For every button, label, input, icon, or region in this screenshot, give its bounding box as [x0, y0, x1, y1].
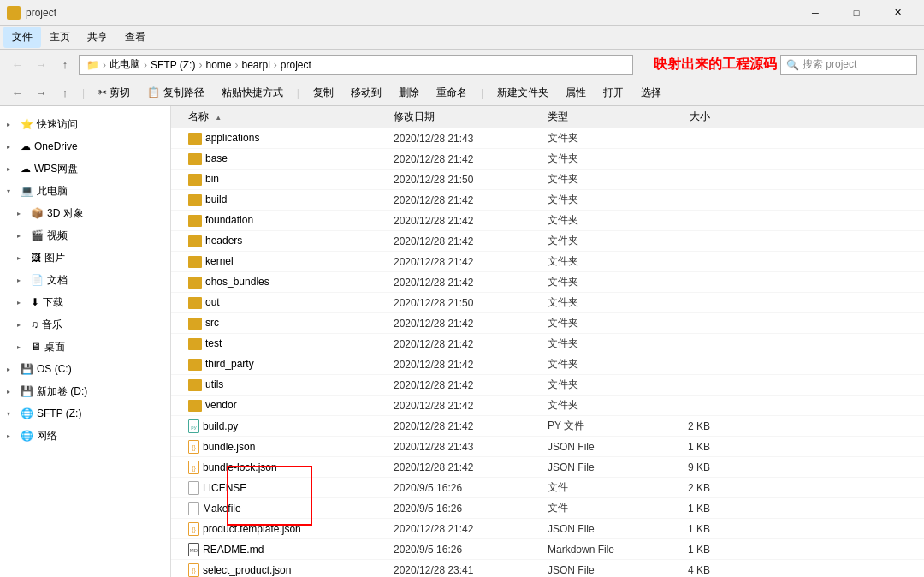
table-row[interactable]: utils2020/12/28 21:42文件夹 [171, 375, 924, 396]
col-header-type[interactable]: 类型 [548, 110, 650, 124]
sidebar-item-OS-(C:)[interactable]: ▸💾OS (C:) [0, 358, 170, 380]
select-btn[interactable]: 选择 [634, 83, 668, 103]
copy-btn[interactable]: 复制 [306, 83, 341, 103]
folder-icon [188, 152, 202, 165]
path-computer: 📁 [86, 59, 99, 71]
up-button[interactable]: ↑ [55, 55, 75, 75]
minimize-button[interactable]: ─ [796, 0, 835, 26]
col-header-date[interactable]: 修改日期 [394, 110, 548, 124]
table-row[interactable]: third_party2020/12/28 21:42文件夹 [171, 354, 924, 375]
delete-btn[interactable]: 删除 [392, 83, 426, 103]
table-row[interactable]: ohos_bundles2020/12/28 21:42文件夹 [171, 272, 924, 293]
table-row[interactable]: {}select_product.json2020/12/28 23:41JSO… [171, 560, 924, 577]
move-btn[interactable]: 移动到 [344, 83, 388, 103]
sidebar-icon: 🎬 [31, 229, 44, 241]
table-row[interactable]: applications2020/12/28 21:43文件夹 [171, 128, 924, 149]
new-folder-btn[interactable]: 新建文件夹 [490, 83, 555, 103]
table-row[interactable]: build2020/12/28 21:42文件夹 [171, 190, 924, 211]
sidebar-item-桌面[interactable]: ▸🖥桌面 [0, 336, 170, 358]
table-row[interactable]: kernel2020/12/28 21:42文件夹 [171, 252, 924, 272]
table-row[interactable]: foundation2020/12/28 21:42文件夹 [171, 211, 924, 231]
up-ribbon-btn[interactable]: ↑ [55, 83, 75, 104]
ribbon-separator3: | [481, 87, 483, 99]
path-home: home [205, 59, 231, 71]
file-name-text: kernel [205, 255, 234, 267]
file-size-cell: 1 KB [650, 523, 719, 535]
sidebar-item-3D-对象[interactable]: ▸📦3D 对象 [0, 202, 170, 224]
sidebar-label: SFTP (Z:) [37, 407, 81, 419]
sidebar-item-新加卷-(D:)[interactable]: ▸💾新加卷 (D:) [0, 380, 170, 402]
file-name-text: bin [205, 173, 219, 185]
col-header-name[interactable]: 名称 ▲ [171, 110, 394, 124]
table-row[interactable]: base2020/12/28 21:42文件夹 [171, 149, 924, 170]
table-row[interactable]: headers2020/12/28 21:42文件夹 [171, 231, 924, 252]
file-list[interactable]: 名称 ▲ 修改日期 类型 大小 applications2020/12/28 2… [171, 106, 924, 577]
file-date-cell: 2020/12/28 21:42 [394, 338, 548, 350]
table-row[interactable]: Makefile2020/9/5 16:26文件1 KB [171, 498, 924, 519]
table-row[interactable]: bin2020/12/28 21:50文件夹 [171, 170, 924, 190]
rename-btn[interactable]: 重命名 [429, 83, 474, 103]
folder-icon [188, 255, 202, 268]
table-row[interactable]: {}product.template.json2020/12/28 21:42J… [171, 519, 924, 539]
file-type-cell: 文件夹 [548, 131, 650, 146]
window-controls: ─ □ ✕ [796, 0, 917, 26]
table-row[interactable]: {}bundle-lock.json2020/12/28 21:42JSON F… [171, 457, 924, 478]
maximize-button[interactable]: □ [837, 0, 876, 26]
menu-item-文件[interactable]: 文件 [3, 27, 41, 48]
sidebar-item-下载[interactable]: ▸⬇下载 [0, 291, 170, 313]
address-path[interactable]: 📁 › 此电脑 › SFTP (Z:) › home › bearpi › pr… [79, 55, 633, 75]
sidebar-item-OneDrive[interactable]: ▸☁OneDrive [0, 135, 170, 158]
file-date-cell: 2020/12/28 21:43 [394, 441, 548, 453]
open-btn[interactable]: 打开 [596, 83, 631, 103]
table-row[interactable]: src2020/12/28 21:42文件夹 [171, 313, 924, 334]
folder-icon [188, 173, 202, 186]
paste-shortcut-btn[interactable]: 粘贴快捷方式 [215, 83, 290, 103]
menu-item-查看[interactable]: 查看 [116, 27, 154, 48]
table-row[interactable]: vendor2020/12/28 21:42文件夹 [171, 396, 924, 416]
file-date-cell: 2020/9/5 16:26 [394, 503, 548, 515]
folder-icon [188, 276, 202, 288]
cut-btn[interactable]: ✂ 剪切 [92, 83, 137, 103]
sidebar-item-快速访问[interactable]: ▸⭐快速访问 [0, 113, 170, 135]
properties-btn[interactable]: 属性 [559, 83, 593, 103]
file-size-cell: 1 KB [650, 544, 719, 556]
sidebar-label: 桌面 [44, 340, 65, 354]
folder-icon [188, 235, 202, 247]
table-row[interactable]: pybuild.py2020/12/28 21:42PY 文件2 KB [171, 416, 924, 437]
sidebar-item-视频[interactable]: ▸🎬视频 [0, 224, 170, 247]
file-type-cell: JSON File [548, 523, 650, 535]
table-row[interactable]: LICENSE2020/9/5 16:26文件2 KB [171, 478, 924, 498]
file-name-cell: base [171, 152, 394, 165]
file-date-cell: 2020/12/28 21:42 [394, 235, 548, 247]
sidebar-item-此电脑[interactable]: ▾💻此电脑 [0, 180, 170, 202]
search-box[interactable]: 🔍 搜索 project [780, 55, 917, 75]
sidebar-item-WPS网盘[interactable]: ▸☁WPS网盘 [0, 158, 170, 180]
table-row[interactable]: test2020/12/28 21:42文件夹 [171, 334, 924, 354]
sidebar-item-文档[interactable]: ▸📄文档 [0, 269, 170, 291]
col-header-size[interactable]: 大小 [650, 110, 719, 124]
chevron-icon: ▸ [17, 299, 27, 306]
forward-ribbon-btn[interactable]: → [31, 83, 51, 104]
back-ribbon-btn[interactable]: ← [7, 83, 27, 104]
menu-item-主页[interactable]: 主页 [41, 27, 79, 48]
app-icon [7, 6, 21, 20]
close-button[interactable]: ✕ [878, 0, 917, 26]
sidebar-item-音乐[interactable]: ▸♫音乐 [0, 313, 170, 336]
file-name-text: applications [205, 132, 259, 144]
table-row[interactable]: out2020/12/28 21:50文件夹 [171, 293, 924, 313]
file-name-cell: Makefile [171, 502, 394, 515]
file-size-cell: 4 KB [650, 564, 719, 576]
file-type-cell: 文件 [548, 480, 650, 495]
forward-button[interactable]: → [31, 55, 51, 75]
file-date-cell: 2020/12/28 21:42 [394, 461, 548, 473]
back-button[interactable]: ← [7, 55, 27, 75]
sidebar-item-网络[interactable]: ▸🌐网络 [0, 425, 170, 447]
sidebar-item-图片[interactable]: ▸🖼图片 [0, 247, 170, 269]
table-row[interactable]: MDREADME.md2020/9/5 16:26Markdown File1 … [171, 539, 924, 560]
table-row[interactable]: {}bundle.json2020/12/28 21:43JSON File1 … [171, 437, 924, 457]
sidebar-item-SFTP-(Z:)[interactable]: ▾🌐SFTP (Z:) [0, 402, 170, 425]
menu-item-共享[interactable]: 共享 [79, 27, 116, 48]
sidebar-icon: ⭐ [21, 118, 33, 130]
ribbon-separator2: | [297, 87, 299, 99]
copy-path-btn[interactable]: 📋 复制路径 [140, 83, 210, 103]
